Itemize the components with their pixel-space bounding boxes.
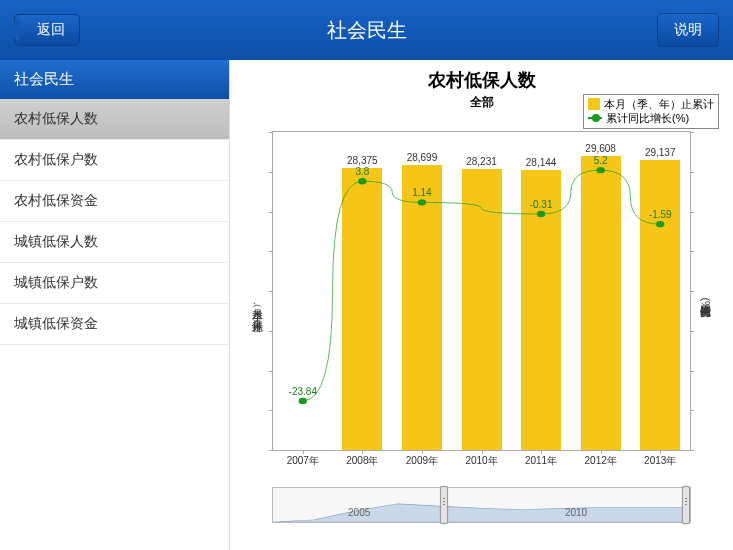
legend-label-line: 累计同比增长(%) xyxy=(606,111,689,125)
plot[interactable]: 28,37528,69928,23128,14429,60829,137-23.… xyxy=(272,131,691,451)
page-title: 社会民生 xyxy=(327,17,407,44)
info-button[interactable]: 说明 xyxy=(657,13,719,47)
sidebar-item[interactable]: 城镇低保户数 xyxy=(0,263,229,304)
legend-label-bar: 本月（季、年）止累计 xyxy=(604,97,714,111)
x-tick-label: 2008年 xyxy=(332,454,392,468)
sidebar: 社会民生 农村低保人数农村低保户数农村低保资金城镇低保人数城镇低保户数城镇低保资… xyxy=(0,60,230,550)
x-tick-label: 2009年 xyxy=(392,454,452,468)
y-axis-right-label: 累计同比增长(%) xyxy=(698,297,713,314)
sidebar-item[interactable]: 农村低保户数 xyxy=(0,140,229,181)
scroller-year-1: 2005 xyxy=(348,507,370,518)
range-handle-left[interactable] xyxy=(440,486,448,524)
sidebar-item[interactable]: 农村低保人数 xyxy=(0,99,229,140)
x-tick-label: 2010年 xyxy=(452,454,512,468)
y-axis-left-label: 本月（季、年）止累计 xyxy=(250,301,265,312)
range-scroller[interactable]: 2005 2010 xyxy=(272,487,691,523)
line-point[interactable] xyxy=(358,178,366,184)
line-point[interactable] xyxy=(596,167,604,173)
scroller-year-2: 2010 xyxy=(565,507,587,518)
line-point[interactable] xyxy=(418,199,426,205)
legend-swatch-line xyxy=(588,117,602,119)
trend-line[interactable] xyxy=(303,170,660,401)
main-panel: 农村低保人数 本月（季、年）止累计 累计同比增长(%) 全部 本月（季、年）止累… xyxy=(230,60,733,550)
x-tick-label: 2013年 xyxy=(630,454,690,468)
range-handle-right[interactable] xyxy=(682,486,690,524)
sidebar-item[interactable]: 农村低保资金 xyxy=(0,181,229,222)
back-button[interactable]: 返回 xyxy=(14,14,80,46)
x-tick-label: 2011年 xyxy=(511,454,571,468)
legend: 本月（季、年）止累计 累计同比增长(%) xyxy=(583,94,719,129)
sidebar-header: 社会民生 xyxy=(0,60,229,99)
line-point[interactable] xyxy=(656,221,664,227)
chart-area: 本月（季、年）止累计 累计同比增长(%) 28,37528,69928,2312… xyxy=(272,131,691,481)
x-tick-label: 2007年 xyxy=(273,454,333,468)
chart-title: 农村低保人数 xyxy=(244,68,719,92)
top-header: 返回 社会民生 说明 xyxy=(0,0,733,60)
legend-swatch-bar xyxy=(588,98,600,110)
x-tick-label: 2012年 xyxy=(571,454,631,468)
sidebar-item[interactable]: 城镇低保资金 xyxy=(0,304,229,345)
line-point[interactable] xyxy=(537,211,545,217)
line-point[interactable] xyxy=(299,398,307,404)
sidebar-item[interactable]: 城镇低保人数 xyxy=(0,222,229,263)
